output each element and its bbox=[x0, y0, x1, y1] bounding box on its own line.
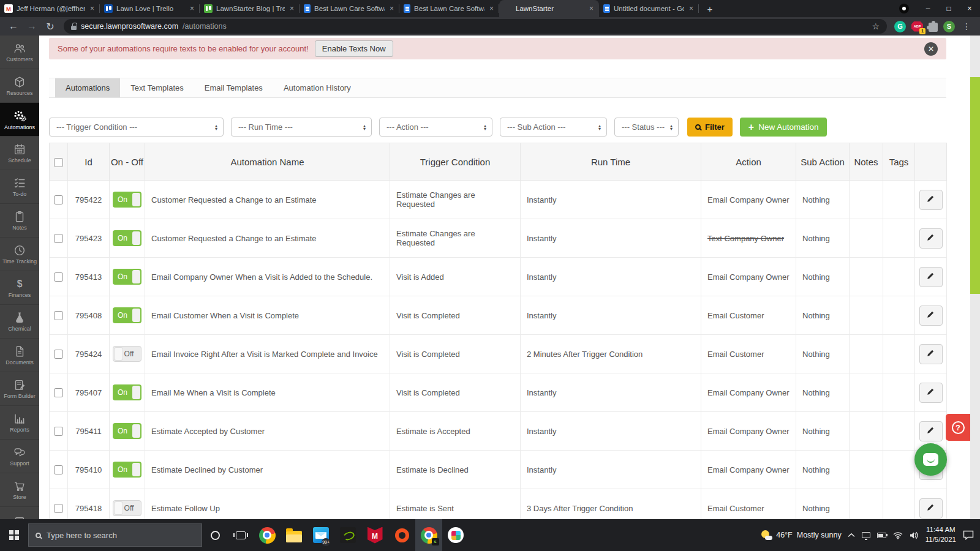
reload-icon[interactable]: ↻ bbox=[43, 19, 58, 34]
taskbar-app-explorer[interactable] bbox=[281, 519, 307, 551]
row-checkbox[interactable] bbox=[54, 272, 63, 282]
on-off-toggle[interactable]: On bbox=[113, 230, 141, 246]
window-minimize-button[interactable]: – bbox=[918, 0, 938, 17]
tab-close-icon[interactable]: × bbox=[688, 4, 695, 13]
run-time-select[interactable]: --- Run Time --- ▴▾ bbox=[231, 118, 372, 137]
chat-launcher-button[interactable] bbox=[914, 443, 947, 476]
browser-tab-jeff-herman-jeffherman17-in[interactable]: Jeff Herman (@jeffherman17) in × bbox=[0, 0, 100, 17]
cortana-button[interactable] bbox=[202, 519, 228, 551]
alert-close-icon[interactable]: ✕ bbox=[924, 42, 938, 56]
browser-tab-best-lawn-care-software-jobber[interactable]: Best Lawn Care Software: Jobber × bbox=[399, 0, 499, 17]
on-off-toggle[interactable]: On bbox=[113, 192, 141, 208]
browser-tab-best-lawn-care-software-lawnp[interactable]: Best Lawn Care Software: LawnP × bbox=[300, 0, 399, 17]
back-icon[interactable]: ← bbox=[6, 19, 21, 34]
tab-email-templates[interactable]: Email Templates bbox=[194, 78, 273, 97]
browser-tab-lawn-love-trello[interactable]: Lawn Love | Trello × bbox=[100, 0, 200, 17]
extensions-puzzle-icon[interactable] bbox=[929, 23, 938, 32]
row-checkbox[interactable] bbox=[54, 504, 63, 513]
tab-close-icon[interactable]: × bbox=[288, 4, 295, 13]
tab-close-icon[interactable]: × bbox=[488, 4, 495, 13]
profile-avatar[interactable]: S bbox=[943, 21, 955, 32]
edit-automation-button[interactable] bbox=[919, 498, 943, 519]
sub-action-select[interactable]: --- Sub Action --- ▴▾ bbox=[500, 118, 607, 137]
adblock-extension[interactable]: ABP 1 bbox=[911, 21, 923, 32]
sidebar-item-reports[interactable]: Reports bbox=[0, 406, 39, 440]
on-off-toggle[interactable]: Off bbox=[113, 500, 141, 516]
row-checkbox[interactable] bbox=[54, 311, 63, 320]
tab-close-icon[interactable]: × bbox=[588, 4, 595, 13]
window-maximize-button[interactable]: □ bbox=[938, 0, 959, 17]
sidebar-item-schedule[interactable]: Schedule bbox=[0, 137, 39, 170]
display-tray-icon[interactable] bbox=[862, 532, 870, 538]
volume-tray-icon[interactable] bbox=[910, 531, 919, 539]
sidebar-item-to-do[interactable]: To-do bbox=[0, 170, 39, 204]
on-off-toggle[interactable]: On bbox=[113, 423, 141, 439]
sidebar-item-customers[interactable]: Customers bbox=[0, 36, 39, 69]
bookmark-star-icon[interactable]: ☆ bbox=[872, 21, 880, 31]
wifi-tray-icon[interactable] bbox=[893, 531, 903, 539]
grammarly-icon[interactable]: G bbox=[894, 21, 906, 32]
action-center-icon[interactable] bbox=[963, 530, 974, 540]
weather-widget[interactable]: 46°F Mostly sunny bbox=[755, 519, 848, 551]
status-select[interactable]: --- Status --- ▴▾ bbox=[614, 118, 679, 137]
taskbar-app-chrome[interactable] bbox=[254, 519, 281, 551]
tab-automation-history[interactable]: Automation History bbox=[273, 78, 361, 97]
sidebar-item-finances[interactable]: $ Finances bbox=[0, 271, 39, 305]
tray-expand-icon[interactable] bbox=[848, 533, 855, 538]
edit-automation-button[interactable] bbox=[919, 344, 943, 364]
new-automation-button[interactable]: + New Automation bbox=[740, 118, 827, 137]
sidebar-item-time-tracking[interactable]: Time Tracking bbox=[0, 238, 39, 271]
address-bar[interactable]: secure.lawnprosoftware.com /automations … bbox=[64, 19, 887, 34]
taskbar-app-mcafee[interactable] bbox=[361, 519, 388, 551]
row-checkbox[interactable] bbox=[54, 465, 63, 474]
scrollbar-thumb[interactable] bbox=[970, 77, 980, 294]
row-checkbox[interactable] bbox=[54, 195, 63, 204]
row-checkbox[interactable] bbox=[54, 350, 63, 359]
sidebar-item-documents[interactable]: Documents bbox=[0, 339, 39, 372]
sidebar-item-store[interactable]: Store bbox=[0, 473, 39, 507]
tab-automations[interactable]: Automations bbox=[55, 78, 120, 97]
taskbar-app-opera[interactable] bbox=[388, 519, 415, 551]
trigger-condition-select[interactable]: --- Trigger Condition --- ▴▾ bbox=[49, 118, 224, 137]
row-checkbox[interactable] bbox=[54, 388, 63, 397]
action-select[interactable]: --- Action --- ▴▾ bbox=[379, 118, 492, 137]
sidebar-item-resources[interactable]: Resources bbox=[0, 69, 39, 103]
sidebar-item-form-builder[interactable]: Form Builder bbox=[0, 372, 39, 406]
browser-tab-lawnstarter[interactable]: LawnStarter × bbox=[499, 0, 599, 17]
help-button[interactable]: ? bbox=[946, 414, 970, 441]
tab-close-icon[interactable]: × bbox=[89, 4, 96, 13]
page-scrollbar[interactable] bbox=[970, 36, 980, 519]
sidebar-item-support[interactable]: Support bbox=[0, 440, 39, 473]
row-checkbox[interactable] bbox=[54, 234, 63, 243]
tab-close-icon[interactable]: × bbox=[388, 4, 395, 13]
window-close-button[interactable]: × bbox=[959, 0, 980, 17]
task-view-button[interactable] bbox=[228, 519, 254, 551]
tab-close-icon[interactable]: × bbox=[189, 4, 195, 13]
taskbar-app-nvidia[interactable] bbox=[334, 519, 361, 551]
taskbar-app-slack[interactable] bbox=[442, 519, 469, 551]
edit-automation-button[interactable] bbox=[919, 383, 943, 403]
on-off-toggle[interactable]: On bbox=[113, 307, 141, 323]
start-button[interactable] bbox=[0, 519, 28, 551]
new-tab-button[interactable]: + bbox=[703, 1, 717, 16]
browser-tab-lawnstarter-blog-trello[interactable]: LawnStarter Blog | Trello × bbox=[200, 0, 300, 17]
taskbar-app-chrome-profile[interactable]: s bbox=[415, 519, 442, 551]
browser-tab-untitled-document-google-do[interactable]: Untitled document - Google Do × bbox=[599, 0, 699, 17]
edit-automation-button[interactable] bbox=[919, 421, 943, 441]
edit-automation-button[interactable] bbox=[919, 305, 943, 326]
taskbar-app-mail[interactable]: 99+ bbox=[307, 519, 334, 551]
row-checkbox[interactable] bbox=[54, 427, 63, 436]
battery-tray-icon[interactable] bbox=[877, 533, 886, 538]
on-off-toggle[interactable]: On bbox=[113, 462, 141, 478]
forward-icon[interactable]: → bbox=[24, 19, 39, 34]
browser-menu-icon[interactable]: ⋮ bbox=[960, 21, 973, 31]
enable-texts-button[interactable]: Enable Texts Now bbox=[315, 40, 393, 57]
on-off-toggle[interactable]: Off bbox=[113, 346, 141, 362]
edit-automation-button[interactable] bbox=[919, 267, 943, 287]
taskbar-clock[interactable]: 11:44 AM 11/5/2021 bbox=[925, 525, 956, 544]
tab-text-templates[interactable]: Text Templates bbox=[120, 78, 194, 97]
profile-media-icon[interactable] bbox=[899, 4, 909, 13]
sidebar-item-notes[interactable]: Notes bbox=[0, 204, 39, 238]
filter-button[interactable]: Filter bbox=[687, 118, 733, 137]
taskbar-search-input[interactable]: Type here to search bbox=[28, 523, 202, 547]
